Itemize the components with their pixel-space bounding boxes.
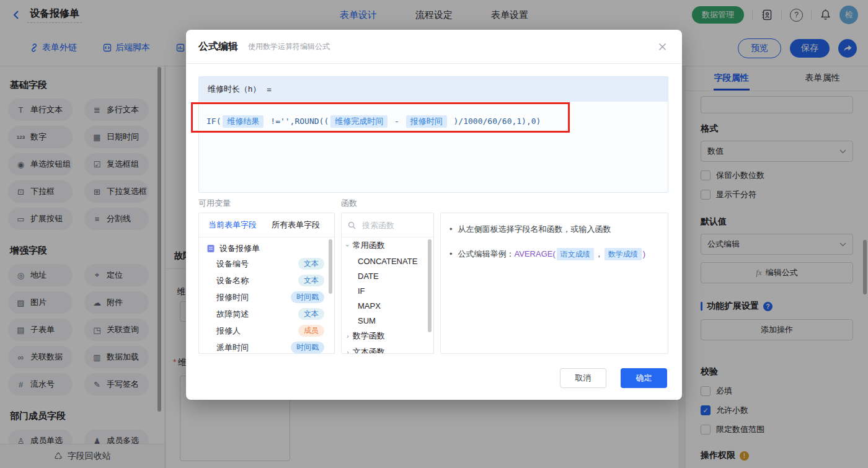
variables-scrollbar[interactable] [329, 239, 332, 294]
function-item[interactable]: CONCATENATE [342, 254, 433, 268]
formula-code: - [389, 117, 404, 126]
variable-item[interactable]: 设备名称文本 [199, 272, 334, 289]
example-function-name: AVERAGE( [515, 249, 556, 258]
form-doc-icon [206, 244, 215, 253]
formula-field-name: 维修时长（h） [208, 84, 260, 95]
function-search [342, 213, 433, 237]
functions-panel: ›常用函数 CONCATENATE DATE IF MAPX SUM ›数学函数… [341, 213, 434, 354]
variable-item[interactable]: 故障简述文本 [199, 306, 334, 322]
tab-all-form-fields[interactable]: 所有表单字段 [272, 219, 320, 231]
field-token[interactable]: 维修结果 [223, 115, 264, 128]
variable-item[interactable]: 报修人成员 [199, 322, 334, 339]
function-item[interactable]: MAPX [342, 298, 433, 313]
type-badge: 文本 [298, 258, 324, 270]
formula-input-area[interactable]: IF(维修结果 !='',ROUND((维修完成时间 - 报修时间 )/1000… [199, 102, 668, 192]
modal-subtitle: 使用数学运算符编辑公式 [248, 42, 330, 52]
app-root: 设备报修单 表单设计 流程设定 表单设置 数据管理 ? [0, 0, 868, 468]
close-icon[interactable] [658, 42, 667, 51]
chevron-collapsed-icon: › [347, 348, 349, 354]
formula-editor: 维修时长（h） = IF(维修结果 !='',ROUND((维修完成时间 - 报… [198, 76, 668, 193]
variable-item[interactable]: 报修时间时间戳 [199, 289, 334, 306]
formula-field-header: 维修时长（h） = [199, 77, 668, 102]
function-item[interactable]: IF [342, 283, 433, 298]
functions-label: 函数 [341, 198, 357, 209]
variables-tree-root[interactable]: 设备报修单 [199, 237, 334, 255]
chevron-expanded-icon: › [344, 244, 352, 247]
search-icon [348, 221, 356, 229]
function-group-text[interactable]: ›文本函数 [342, 344, 433, 354]
variables-label: 可用变量 [198, 198, 231, 209]
type-badge: 时间戳 [291, 342, 324, 353]
formula-equals: = [267, 85, 272, 94]
function-item[interactable]: DATE [342, 268, 433, 283]
function-group-common[interactable]: ›常用函数 [342, 237, 433, 254]
function-search-input[interactable] [361, 220, 422, 231]
formula-code: IF( [206, 117, 221, 126]
formula-code: !='',ROUND(( [265, 117, 329, 126]
bullet-icon: • [450, 248, 453, 260]
help-line-2: • 公式编辑举例：AVERAGE(语文成绩，数学成绩) [450, 248, 658, 260]
chevron-collapsed-icon: › [347, 332, 349, 340]
formula-edit-modal: 公式编辑 使用数学运算符编辑公式 维修时长（h） = IF(维修结果 !='',… [186, 30, 682, 400]
field-token[interactable]: 维修完成时间 [330, 115, 388, 128]
type-badge: 文本 [298, 308, 324, 320]
variable-item[interactable]: 设备编号文本 [199, 255, 334, 272]
help-panel: • 从左侧面板选择字段名和函数，或输入函数 • 公式编辑举例：AVERAGE(语… [440, 213, 668, 354]
function-group-math[interactable]: ›数学函数 [342, 328, 433, 344]
modal-title: 公式编辑 [198, 40, 238, 53]
type-badge: 时间戳 [291, 291, 324, 303]
type-badge: 成员 [298, 325, 324, 337]
field-token[interactable]: 报修时间 [406, 115, 447, 128]
example-field-chip: 数学成绩 [604, 248, 642, 260]
bullet-icon: • [450, 223, 453, 236]
example-field-chip: 语文成绩 [557, 248, 594, 260]
modal-header: 公式编辑 使用数学运算符编辑公式 [186, 30, 682, 64]
tab-current-form-fields[interactable]: 当前表单字段 [208, 219, 257, 231]
type-badge: 文本 [298, 275, 324, 286]
function-item[interactable]: SUM [342, 313, 433, 328]
help-line-1: • 从左侧面板选择字段名和函数，或输入函数 [450, 223, 658, 236]
formula-code: )/1000/60/60,1),0) [449, 117, 541, 126]
confirm-button[interactable]: 确定 [621, 368, 667, 388]
functions-scrollbar[interactable] [428, 239, 432, 332]
cancel-button[interactable]: 取消 [560, 368, 606, 388]
variables-panel: 当前表单字段 所有表单字段 设备报修单 设备编号文本 设备名称文本 报修时间时间… [198, 213, 335, 354]
example-close-paren: ) [643, 249, 645, 258]
variable-item[interactable]: 派单时间时间戳 [199, 339, 334, 354]
